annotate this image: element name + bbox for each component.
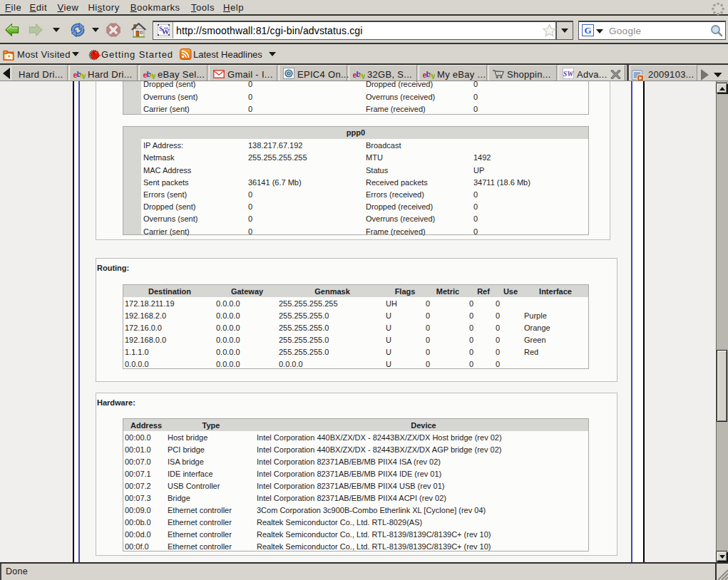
- svg-text:SW: SW: [563, 70, 574, 78]
- svg-text:y: y: [152, 71, 156, 80]
- svg-text:G: G: [584, 25, 591, 36]
- svg-text:y: y: [82, 71, 86, 80]
- svg-text:y: y: [431, 71, 436, 80]
- svg-text:y: y: [362, 71, 366, 80]
